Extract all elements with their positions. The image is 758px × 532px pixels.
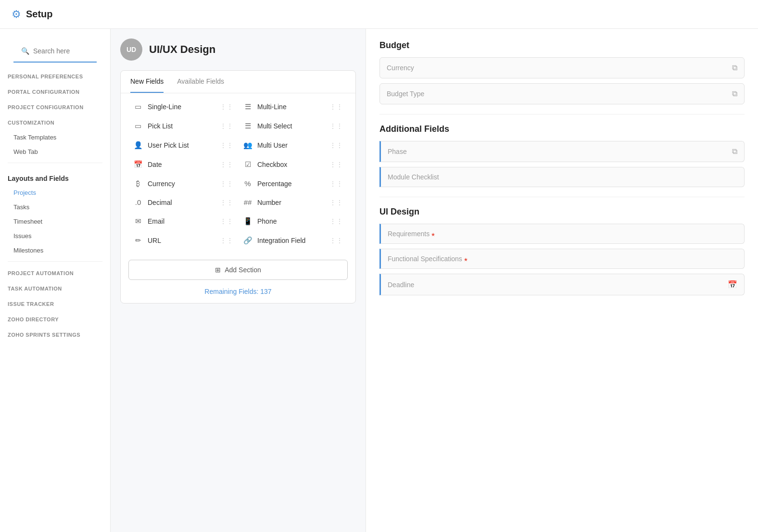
field-label: Date [148, 161, 162, 168]
sidebar-item-zoho-directory[interactable]: ZOHO DIRECTORY [0, 312, 110, 327]
drag-handle-icon[interactable]: ⋮⋮ [220, 161, 233, 168]
sidebar-item-task-automation[interactable]: TASK AUTOMATION [0, 281, 110, 296]
search-input[interactable] [33, 47, 89, 55]
drag-handle-icon[interactable]: ⋮⋮ [329, 199, 343, 206]
sidebar-item-project-automation[interactable]: PROJECT AUTOMATION [0, 266, 110, 280]
field-item-url[interactable]: ✏ URL ⋮⋮ [128, 231, 238, 250]
add-section-label: Add Section [225, 266, 261, 274]
requirements-field-row: Requirements [379, 224, 745, 244]
module-checklist-field-label: Module Checklist [388, 173, 737, 181]
sidebar-item-personal-preferences[interactable]: PERSONAL PREFERENCES [0, 69, 110, 84]
field-item-multi-user[interactable]: 👥 Multi User ⋮⋮ [238, 136, 348, 155]
field-icon: ☰ [243, 102, 253, 111]
phase-field-label: Phase [388, 148, 732, 155]
field-icon: ✏ [133, 236, 143, 245]
currency-field-copy-icon[interactable]: ⧉ [732, 63, 737, 72]
project-header: UD UI/UX Design [120, 38, 356, 61]
field-item-user-pick-list[interactable]: 👤 User Pick List ⋮⋮ [128, 136, 238, 155]
project-title: UI/UX Design [149, 43, 215, 56]
add-section-button[interactable]: ⊞ Add Section [128, 260, 348, 280]
sidebar-item-issue-tracker[interactable]: ISSUE TRACKER [0, 296, 110, 311]
budget-type-field-row: Budget Type ⧉ [379, 83, 745, 104]
currency-field-label: Currency [387, 64, 732, 72]
sidebar-divider [8, 163, 102, 163]
drag-handle-icon[interactable]: ⋮⋮ [220, 237, 233, 244]
budget-type-field-label: Budget Type [387, 90, 732, 98]
layouts-and-fields-label: Layouts and Fields [0, 167, 110, 185]
drag-handle-icon[interactable]: ⋮⋮ [329, 122, 343, 130]
sidebar-item-milestones[interactable]: Milestones [0, 243, 110, 257]
middle-panel: UD UI/UX Design New Fields Available Fie… [111, 29, 366, 532]
tab-new-fields[interactable]: New Fields [130, 71, 164, 93]
field-item-percentage[interactable]: % Percentage ⋮⋮ [238, 174, 348, 193]
requirements-field-label: Requirements [388, 230, 737, 238]
sidebar-item-projects[interactable]: Projects [0, 186, 110, 200]
field-icon: % [243, 179, 253, 188]
field-label: Checkbox [257, 161, 287, 168]
field-item-multi-line[interactable]: ☰ Multi-Line ⋮⋮ [238, 97, 348, 116]
drag-handle-icon[interactable]: ⋮⋮ [220, 199, 233, 206]
add-section-icon: ⊞ [215, 266, 221, 274]
gear-icon: ⚙ [12, 8, 21, 21]
field-label: Decimal [148, 199, 172, 206]
field-item-pick-list[interactable]: ▭ Pick List ⋮⋮ [128, 116, 238, 136]
field-item-currency[interactable]: ₿ Currency ⋮⋮ [128, 174, 238, 193]
field-label: Phone [257, 217, 277, 225]
sidebar-item-customization[interactable]: CUSTOMIZATION [0, 115, 110, 130]
drag-handle-icon[interactable]: ⋮⋮ [329, 161, 343, 168]
field-label: Multi-Line [257, 103, 287, 111]
field-label: Single-Line [148, 103, 181, 111]
main-layout: 🔍 PERSONAL PREFERENCES PORTAL CONFIGURAT… [0, 29, 758, 532]
field-item-decimal[interactable]: .0 Decimal ⋮⋮ [128, 193, 238, 212]
field-item-checkbox[interactable]: ☑ Checkbox ⋮⋮ [238, 155, 348, 174]
drag-handle-icon[interactable]: ⋮⋮ [220, 103, 233, 111]
field-item-integration-field[interactable]: 🔗 Integration Field ⋮⋮ [238, 231, 348, 250]
remaining-fields[interactable]: Remaining Fields: 137 [121, 288, 355, 303]
field-item-single-line[interactable]: ▭ Single-Line ⋮⋮ [128, 97, 238, 116]
drag-handle-icon[interactable]: ⋮⋮ [329, 217, 343, 225]
field-item-number[interactable]: ## Number ⋮⋮ [238, 193, 348, 212]
sidebar-item-issues[interactable]: Issues [0, 229, 110, 243]
sidebar-item-web-tab[interactable]: Web Tab [0, 145, 110, 159]
deadline-calendar-icon[interactable]: 📅 [728, 280, 737, 289]
phase-field-row: Phase ⧉ [379, 141, 745, 162]
budget-type-copy-icon[interactable]: ⧉ [732, 89, 737, 98]
field-icon: 🔗 [243, 236, 253, 245]
field-item-email[interactable]: ✉ Email ⋮⋮ [128, 212, 238, 231]
field-item-date[interactable]: 📅 Date ⋮⋮ [128, 155, 238, 174]
field-icon: 👤 [133, 141, 143, 150]
field-item-multi-select[interactable]: ☰ Multi Select ⋮⋮ [238, 116, 348, 136]
drag-handle-icon[interactable]: ⋮⋮ [220, 141, 233, 149]
drag-handle-icon[interactable]: ⋮⋮ [329, 103, 343, 111]
sidebar-item-zoho-sprints[interactable]: ZOHO SPRINTS SETTINGS [0, 327, 110, 342]
sidebar-item-task-templates[interactable]: Task Templates [0, 130, 110, 144]
drag-handle-icon[interactable]: ⋮⋮ [329, 237, 343, 244]
drag-handle-icon[interactable]: ⋮⋮ [220, 217, 233, 225]
field-label: Pick List [148, 122, 173, 130]
functional-specs-field-row: Functional Specifications [379, 249, 745, 269]
tabs-row: New Fields Available Fields [121, 71, 355, 93]
field-label: Email [148, 217, 164, 225]
sidebar-item-tasks[interactable]: Tasks [0, 200, 110, 214]
field-label: Multi Select [257, 122, 292, 130]
budget-section-title: Budget [379, 40, 745, 51]
fields-card: New Fields Available Fields ▭ Single-Lin… [120, 70, 356, 304]
budget-type-field-actions: ⧉ [732, 89, 737, 98]
section-divider-2 [379, 197, 745, 197]
search-area[interactable]: 🔍 [13, 40, 97, 63]
avatar: UD [120, 38, 142, 61]
field-label: User Pick List [148, 141, 189, 149]
drag-handle-icon[interactable]: ⋮⋮ [329, 180, 343, 188]
sidebar-item-portal-configuration[interactable]: PORTAL CONFIGURATION [0, 84, 110, 99]
phase-copy-icon[interactable]: ⧉ [732, 147, 737, 156]
drag-handle-icon[interactable]: ⋮⋮ [329, 141, 343, 149]
field-item-phone[interactable]: 📱 Phone ⋮⋮ [238, 212, 348, 231]
field-icon: 📱 [243, 217, 253, 226]
drag-handle-icon[interactable]: ⋮⋮ [220, 180, 233, 188]
sidebar-item-project-configuration[interactable]: PROJECT CONFIGURATION [0, 100, 110, 114]
drag-handle-icon[interactable]: ⋮⋮ [220, 122, 233, 130]
field-label: Percentage [257, 180, 292, 188]
field-icon: ☑ [243, 160, 253, 169]
sidebar-item-timesheet[interactable]: Timesheet [0, 215, 110, 228]
tab-available-fields[interactable]: Available Fields [177, 71, 224, 93]
